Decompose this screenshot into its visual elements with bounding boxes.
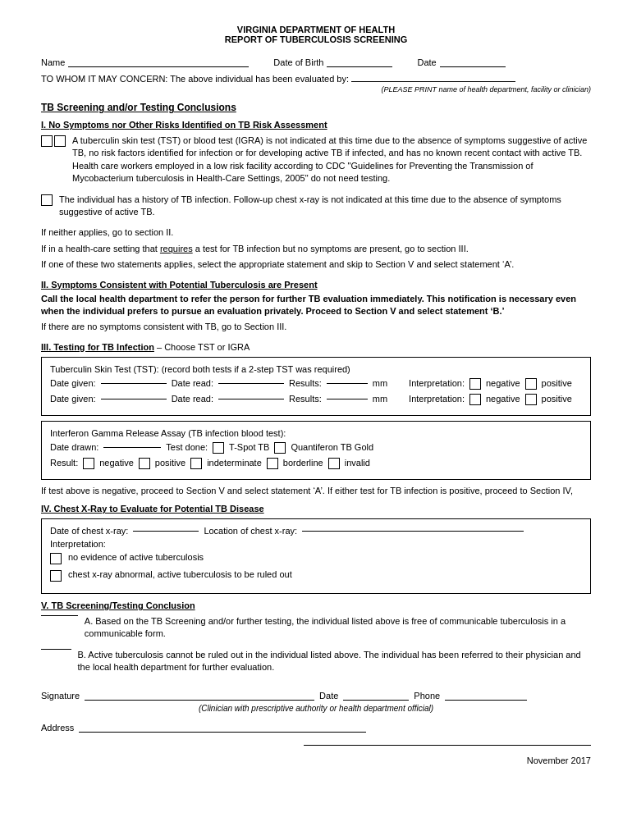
tst-row1-interp-label: Interpretation:	[409, 378, 465, 388]
tst-row2-res-label: Results:	[289, 394, 322, 404]
sig-phone-label: Phone	[414, 691, 440, 701]
sig-row: Signature Date Phone	[41, 691, 591, 701]
igra-date-line[interactable]	[103, 447, 161, 448]
xray-no-evidence-row: no evidence of active tuberculosis	[50, 552, 582, 564]
tst-row2-pos-check[interactable]	[525, 394, 537, 405]
clinician-note: (Clinician with prescriptive authority o…	[41, 704, 591, 713]
section1-title: I. No Symptoms nor Other Risks Identifie…	[41, 120, 591, 130]
footer-date: November 2017	[527, 756, 591, 765]
section1-para2: The individual has a history of TB infec…	[59, 194, 591, 219]
igra-pos-check[interactable]	[139, 458, 150, 469]
igra-invalid-check[interactable]	[328, 458, 340, 469]
igra-indet-label: indeterminate	[207, 458, 262, 468]
igra-neg-label: negative	[99, 458, 134, 468]
section5-b-line[interactable]	[41, 649, 71, 650]
address-line2[interactable]	[304, 745, 591, 746]
igra-border-check[interactable]	[267, 458, 278, 469]
section1-note2: If in a health-care setting that require…	[41, 243, 591, 255]
xray-abnormal-row: chest x-ray abnormal, active tuberculosi…	[50, 569, 582, 582]
tst-row2-neg-label: negative	[486, 394, 520, 404]
sig-line[interactable]	[85, 700, 314, 701]
igra-row1: Date drawn: Test done: T-Spot TB Quantif…	[50, 441, 582, 454]
tst-row1-res-line[interactable]	[327, 383, 368, 384]
sig-phone-line[interactable]	[445, 700, 527, 701]
tst-row2-dg-label: Date given:	[50, 394, 96, 404]
section5: V. TB Screening/Testing Conclusion A. Ba…	[41, 600, 591, 678]
sig-label: Signature	[41, 691, 80, 701]
section3: III. Testing for TB Infection – Choose T…	[41, 342, 591, 497]
section2-title: II. Symptoms Consistent with Potential T…	[41, 280, 591, 290]
tb-section-title: TB Screening and/or Testing Conclusions	[41, 102, 591, 113]
tst-row2-dr-line[interactable]	[218, 399, 284, 399]
xray-no-evidence-label: no evidence of active tuberculosis	[68, 552, 204, 562]
tst-row1-mm: mm	[373, 378, 387, 388]
igra-indet-check[interactable]	[190, 458, 202, 469]
tst-row1-dg-label: Date given:	[50, 378, 96, 388]
tb-title-text: TB Screening and/or Testing Conclusions	[41, 102, 236, 113]
section1-note3: If one of these two statements applies, …	[41, 258, 591, 271]
address-line1[interactable]	[79, 732, 366, 733]
tst-row1-pos-check[interactable]	[525, 378, 537, 390]
tst-row2-neg-check[interactable]	[469, 394, 481, 405]
sig-date-line[interactable]	[343, 700, 409, 701]
section3-title: III. Testing for TB Infection	[41, 342, 154, 352]
section5-a-text: A. Based on the TB Screening and/or furt…	[85, 615, 591, 641]
to-whom-text: TO WHOM IT MAY CONCERN: The above indivi…	[41, 74, 349, 84]
section3-title-row: III. Testing for TB Infection – Choose T…	[41, 342, 591, 352]
date-label: Date	[417, 57, 436, 67]
xray-abnormal-label: chest x-ray abnormal, active tuberculosi…	[68, 569, 292, 579]
dob-field: Date of Birth	[273, 57, 392, 67]
igra-quantiferon-check[interactable]	[274, 442, 286, 454]
signature-block: Signature Date Phone (Clinician with pre…	[41, 691, 591, 747]
section1-notes: If neither applies, go to section II. If…	[41, 226, 591, 271]
igra-border-label: borderline	[283, 458, 323, 468]
section1-para2-row: The individual has a history of TB infec…	[41, 194, 591, 222]
name-field: Name	[41, 57, 249, 67]
checkbox1b[interactable]	[54, 135, 66, 147]
xray-box: Date of chest x-ray: Location of chest x…	[41, 518, 591, 594]
xray-location-line[interactable]	[302, 531, 524, 532]
section1: I. No Symptoms nor Other Risks Identifie…	[41, 120, 591, 272]
tst-row2-res-line[interactable]	[327, 399, 368, 399]
section5-a-row: A. Based on the TB Screening and/or furt…	[41, 615, 591, 644]
igra-tspot-check[interactable]	[213, 442, 224, 454]
tst-row1-dg-line[interactable]	[101, 383, 167, 384]
xray-abnormal-check[interactable]	[50, 570, 62, 582]
igra-tspot-label: T-Spot TB	[229, 442, 269, 452]
xray-interp-label: Interpretation:	[50, 539, 582, 549]
checkbox2[interactable]	[41, 194, 53, 206]
section5-b-row: B. Active tuberculosis cannot be ruled o…	[41, 649, 591, 678]
tst-row1-neg-check[interactable]	[469, 378, 481, 390]
igra-title: Interferon Gamma Release Assay (TB infec…	[50, 428, 582, 438]
tst-row2: Date given: Date read: Results: mm Inter…	[50, 393, 582, 405]
tst-row2-dg-line[interactable]	[101, 399, 167, 399]
xray-date-line[interactable]	[133, 531, 199, 532]
tst-row1-dr-line[interactable]	[218, 383, 284, 384]
sig-date-label: Date	[319, 691, 338, 701]
section3-note: If test above is negative, proceed to Se…	[41, 485, 591, 497]
name-dob-date-row: Name Date of Birth Date	[41, 57, 591, 67]
evaluator-line[interactable]	[351, 81, 515, 82]
igra-pos-label: positive	[155, 458, 185, 468]
checkbox1-group	[41, 135, 66, 147]
address-row1: Address	[41, 723, 591, 733]
address-label: Address	[41, 723, 74, 733]
to-whom-row: TO WHOM IT MAY CONCERN: The above indivi…	[41, 74, 591, 84]
tst-title: Tuberculin Skin Test (TST): (record both…	[50, 364, 582, 374]
section5-a-line[interactable]	[41, 615, 78, 616]
please-print-note: (PLEASE PRINT name of health department,…	[41, 85, 591, 94]
header-line2: REPORT OF TUBERCULOSIS SCREENING	[41, 34, 591, 44]
dob-line[interactable]	[327, 66, 392, 67]
xray-row1: Date of chest x-ray: Location of chest x…	[50, 526, 582, 536]
igra-quantiferon-label: Quantiferon TB Gold	[291, 442, 373, 452]
checkbox1a[interactable]	[41, 135, 53, 147]
igra-row2: Result: negative positive indeterminate …	[50, 457, 582, 469]
date-line[interactable]	[440, 66, 506, 67]
section1-note1: If neither applies, go to section II.	[41, 226, 591, 239]
section1-para1-row: A tuberculin skin test (TST) or blood te…	[41, 135, 591, 189]
name-line[interactable]	[68, 66, 249, 67]
tst-row2-mm: mm	[373, 394, 387, 404]
xray-no-evidence-check[interactable]	[50, 553, 62, 564]
section2-bold: Call the local health department to refe…	[41, 293, 591, 318]
igra-neg-check[interactable]	[83, 458, 94, 469]
